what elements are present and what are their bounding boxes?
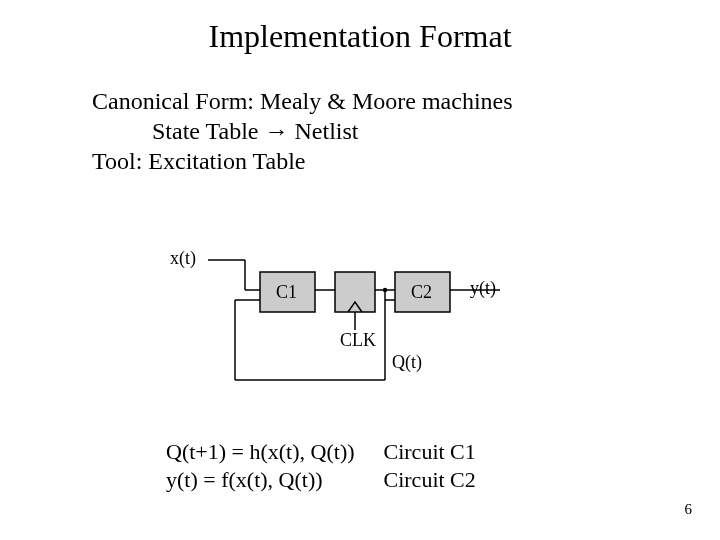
svg-rect-11 xyxy=(335,272,375,312)
eq2-tag: Circuit C2 xyxy=(384,466,476,494)
block-diagram: x(t) C1 C2 y(t) CLK Q(t) xyxy=(170,230,570,420)
label-y: y(t) xyxy=(470,278,496,299)
equations: Q(t+1) = h(x(t), Q(t)) Circuit C1 y(t) =… xyxy=(166,438,476,493)
label-q: Q(t) xyxy=(392,352,422,373)
page-title: Implementation Format xyxy=(0,18,720,55)
body-line-2: State Table → Netlist xyxy=(152,116,513,146)
eq1-tag: Circuit C1 xyxy=(384,438,476,466)
label-c1: C1 xyxy=(276,282,297,303)
body-text: Canonical Form: Mealy & Moore machines S… xyxy=(92,86,513,176)
eq1-lhs: Q(t+1) = h(x(t), Q(t)) xyxy=(166,438,378,466)
block-register xyxy=(335,272,375,330)
equation-row-1: Q(t+1) = h(x(t), Q(t)) Circuit C1 xyxy=(166,438,476,466)
label-clk: CLK xyxy=(340,330,376,351)
slide: Implementation Format Canonical Form: Me… xyxy=(0,0,720,540)
label-x: x(t) xyxy=(170,248,196,269)
body-line-1: Canonical Form: Mealy & Moore machines xyxy=(92,86,513,116)
equation-row-2: y(t) = f(x(t), Q(t)) Circuit C2 xyxy=(166,466,476,494)
page-number: 6 xyxy=(685,501,693,518)
eq2-lhs: y(t) = f(x(t), Q(t)) xyxy=(166,466,378,494)
junction-dot xyxy=(383,288,387,292)
body-line-3: Tool: Excitation Table xyxy=(92,146,513,176)
diagram-svg xyxy=(170,230,570,420)
label-c2: C2 xyxy=(411,282,432,303)
